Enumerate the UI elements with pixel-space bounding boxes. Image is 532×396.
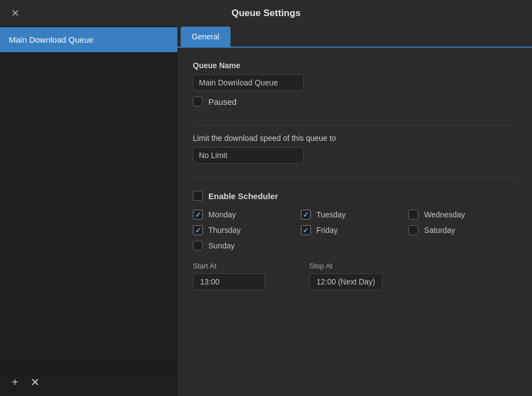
close-button[interactable]: ✕ <box>9 7 21 19</box>
thursday-label: Thursday <box>208 226 241 235</box>
monday-checkbox[interactable] <box>193 210 203 220</box>
speed-limit-section: Limit the download speed of this queue t… <box>193 134 516 177</box>
wednesday-label: Wednesday <box>424 210 465 219</box>
remove-queue-button[interactable]: ✕ <box>28 375 42 389</box>
title-bar: ✕ Queue Settings <box>0 0 532 27</box>
queue-name-value[interactable]: Main Download Queue <box>193 74 304 91</box>
scheduler-section: Enable Scheduler Monday Tuesday <box>193 191 516 290</box>
sidebar-footer: + ✕ <box>0 368 177 396</box>
stop-at-label: Stop At <box>309 262 382 270</box>
main-panel: General Queue Name Main Download Queue P… <box>177 27 532 396</box>
day-row-saturday: Saturday <box>408 225 516 235</box>
days-grid: Monday Tuesday Wednesday <box>193 210 516 251</box>
dialog-title: Queue Settings <box>232 8 301 19</box>
saturday-label: Saturday <box>424 226 455 235</box>
content-area: Main Download Queue + ✕ General <box>0 27 532 396</box>
scheduler-header: Enable Scheduler <box>193 191 516 201</box>
monday-label: Monday <box>208 210 236 219</box>
settings-content: Queue Name Main Download Queue Paused Li… <box>177 48 532 303</box>
sidebar-item-label: Main Download Queue <box>9 35 94 44</box>
queue-name-section: Queue Name Main Download Queue Paused <box>193 61 516 120</box>
sunday-checkbox[interactable] <box>193 241 203 251</box>
remove-icon: ✕ <box>30 375 40 389</box>
day-row-wednesday: Wednesday <box>408 210 516 220</box>
tab-general[interactable]: General <box>181 27 231 47</box>
dialog: ✕ Queue Settings Main Download Queue + ✕ <box>0 0 532 396</box>
start-at-value[interactable]: 13:00 <box>193 273 265 290</box>
friday-checkbox[interactable] <box>301 225 311 235</box>
start-at-label: Start At <box>193 262 265 270</box>
close-icon: ✕ <box>11 8 19 18</box>
scheduler-label: Enable Scheduler <box>208 191 278 201</box>
tuesday-checkbox[interactable] <box>301 210 311 220</box>
start-at-group: Start At 13:00 <box>193 262 265 290</box>
plus-icon: + <box>12 376 18 389</box>
tuesday-label: Tuesday <box>316 210 346 219</box>
speed-limit-label: Limit the download speed of this queue t… <box>193 134 516 143</box>
tab-general-label: General <box>192 32 219 41</box>
tabs-bar: General <box>177 27 532 48</box>
paused-row: Paused <box>193 97 516 106</box>
sunday-label: Sunday <box>208 241 234 250</box>
friday-label: Friday <box>316 226 338 235</box>
stop-at-group: Stop At 12:00 (Next Day) <box>309 262 382 290</box>
enable-scheduler-checkbox[interactable] <box>193 191 203 201</box>
day-row-monday: Monday <box>193 210 301 220</box>
saturday-checkbox[interactable] <box>408 225 418 235</box>
paused-label: Paused <box>208 97 237 106</box>
add-queue-button[interactable]: + <box>8 375 22 389</box>
wednesday-checkbox[interactable] <box>408 210 418 220</box>
speed-limit-value[interactable]: No Limit <box>193 147 304 164</box>
day-row-friday: Friday <box>301 225 409 235</box>
queue-name-label: Queue Name <box>193 61 516 70</box>
paused-checkbox[interactable] <box>193 97 203 106</box>
day-row-thursday: Thursday <box>193 225 301 235</box>
stop-at-value[interactable]: 12:00 (Next Day) <box>309 273 382 290</box>
day-row-sunday: Sunday <box>193 241 301 251</box>
day-row-tuesday: Tuesday <box>301 210 409 220</box>
sidebar-item-main-download-queue[interactable]: Main Download Queue <box>0 27 177 52</box>
thursday-checkbox[interactable] <box>193 225 203 235</box>
time-section: Start At 13:00 Stop At 12:00 (Next Day) <box>193 262 516 290</box>
sidebar: Main Download Queue + ✕ <box>0 27 177 396</box>
